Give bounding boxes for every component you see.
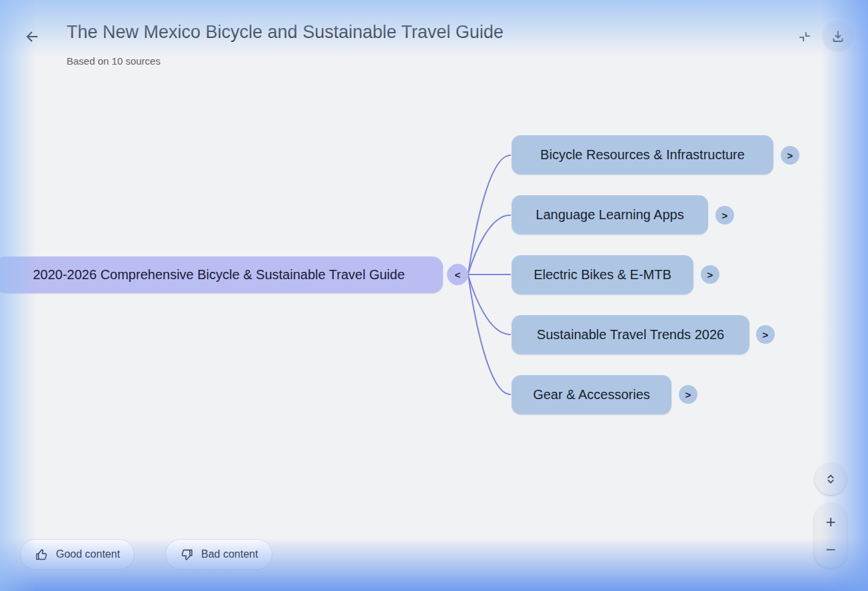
expand-toggle-gear-accessories[interactable]: > <box>679 385 697 404</box>
mindmap-node-gear-accessories[interactable]: Gear & Accessories <box>512 375 671 414</box>
expand-toggle-electric-bikes[interactable]: > <box>701 265 719 284</box>
mindmap-node-bicycle-resources[interactable]: Bicycle Resources & Infrastructure <box>512 135 773 175</box>
expand-toggle-bicycle-resources[interactable]: > <box>781 146 799 165</box>
download-icon <box>830 29 846 45</box>
collapse-view-button[interactable] <box>792 24 817 49</box>
mindmap-links <box>0 0 868 591</box>
link-root-child-2 <box>468 215 510 273</box>
thumbs-down-icon <box>180 548 194 562</box>
good-content-button[interactable]: Good content <box>20 539 135 570</box>
bad-content-label: Bad content <box>201 548 258 560</box>
page-title: The New Mexico Bicycle and Sustainable T… <box>67 21 504 43</box>
back-button[interactable] <box>20 25 44 49</box>
zoom-controls: + − <box>814 503 847 568</box>
bad-content-button[interactable]: Bad content <box>165 539 272 570</box>
back-arrow-icon <box>23 28 41 45</box>
sources-count: Based on 10 sources <box>67 55 161 67</box>
expand-toggle-travel-trends[interactable]: > <box>756 325 775 344</box>
download-button[interactable] <box>822 21 853 52</box>
thumbs-up-icon <box>35 548 49 562</box>
mindmap-node-language-apps[interactable]: Language Learning Apps <box>512 195 708 235</box>
zoom-in-button[interactable]: + <box>814 503 847 536</box>
zoom-out-button[interactable]: − <box>814 536 847 568</box>
expand-toggle-language-apps[interactable]: > <box>715 206 734 225</box>
link-root-child-4 <box>468 276 510 334</box>
unfold-more-icon <box>823 472 838 486</box>
mindmap-node-travel-trends[interactable]: Sustainable Travel Trends 2026 <box>512 315 749 354</box>
mindmap-root-node[interactable]: 2020-2026 Comprehensive Bicycle & Sustai… <box>0 257 443 293</box>
mindmap-node-electric-bikes[interactable]: Electric Bikes & E-MTB <box>512 255 693 295</box>
expand-collapse-all-button[interactable] <box>815 463 847 495</box>
root-collapse-toggle[interactable]: < <box>447 264 468 285</box>
good-content-label: Good content <box>56 548 120 560</box>
collapse-content-icon <box>797 29 812 44</box>
